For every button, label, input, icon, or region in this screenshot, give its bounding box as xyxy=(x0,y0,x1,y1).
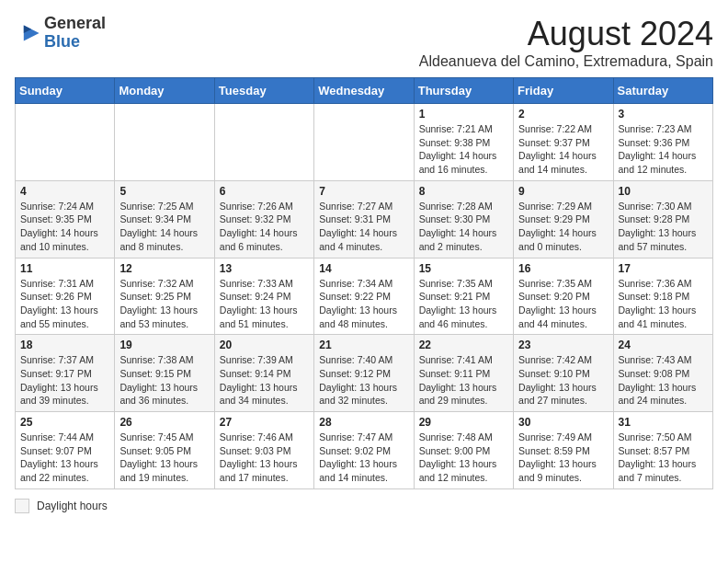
calendar-cell: 25Sunrise: 7:44 AM Sunset: 9:07 PM Dayli… xyxy=(16,412,115,489)
day-info: Sunrise: 7:40 AM Sunset: 9:12 PM Dayligh… xyxy=(319,353,408,408)
day-number: 30 xyxy=(518,416,608,429)
day-info: Sunrise: 7:28 AM Sunset: 9:30 PM Dayligh… xyxy=(419,200,508,254)
page-title: August 2024 xyxy=(419,15,713,53)
day-number: 1 xyxy=(419,108,508,121)
calendar-cell xyxy=(16,104,115,181)
calendar-cell: 5Sunrise: 7:25 AM Sunset: 9:34 PM Daylig… xyxy=(115,180,214,258)
calendar-cell: 4Sunrise: 7:24 AM Sunset: 9:35 PM Daylig… xyxy=(16,180,115,258)
calendar-cell: 7Sunrise: 7:27 AM Sunset: 9:31 PM Daylig… xyxy=(314,180,414,258)
calendar-cell: 27Sunrise: 7:46 AM Sunset: 9:03 PM Dayli… xyxy=(214,412,313,489)
calendar-week-3: 11Sunrise: 7:31 AM Sunset: 9:26 PM Dayli… xyxy=(16,258,713,335)
day-number: 18 xyxy=(20,339,109,351)
day-number: 4 xyxy=(20,185,109,198)
daylight-label: Daylight hours xyxy=(37,500,108,512)
calendar-week-5: 25Sunrise: 7:44 AM Sunset: 9:07 PM Dayli… xyxy=(16,412,713,489)
title-block: August 2024 Aldeanueva del Camino, Extre… xyxy=(419,15,713,70)
calendar-cell xyxy=(214,104,313,181)
day-info: Sunrise: 7:22 AM Sunset: 9:37 PM Dayligh… xyxy=(518,122,608,177)
day-info: Sunrise: 7:36 AM Sunset: 9:18 PM Dayligh… xyxy=(619,277,708,331)
day-info: Sunrise: 7:44 AM Sunset: 9:07 PM Dayligh… xyxy=(20,431,109,485)
calendar-cell: 3Sunrise: 7:23 AM Sunset: 9:36 PM Daylig… xyxy=(613,104,712,181)
calendar-week-1: 1Sunrise: 7:21 AM Sunset: 9:38 PM Daylig… xyxy=(16,104,713,181)
day-info: Sunrise: 7:23 AM Sunset: 9:36 PM Dayligh… xyxy=(619,122,708,177)
day-number: 26 xyxy=(119,416,209,429)
logo-general: General xyxy=(44,14,106,32)
calendar-cell: 10Sunrise: 7:30 AM Sunset: 9:28 PM Dayli… xyxy=(613,180,712,258)
day-number: 28 xyxy=(319,416,408,429)
day-number: 2 xyxy=(518,108,608,121)
day-info: Sunrise: 7:21 AM Sunset: 9:38 PM Dayligh… xyxy=(419,122,508,177)
calendar-header-saturday: Saturday xyxy=(613,78,712,104)
calendar-cell: 22Sunrise: 7:41 AM Sunset: 9:11 PM Dayli… xyxy=(414,335,513,412)
day-number: 29 xyxy=(419,416,508,429)
calendar-header-tuesday: Tuesday xyxy=(214,78,313,104)
logo-text: General Blue xyxy=(44,15,106,52)
logo: General Blue xyxy=(15,15,106,52)
day-number: 11 xyxy=(20,262,109,275)
calendar-header-wednesday: Wednesday xyxy=(314,78,414,104)
day-info: Sunrise: 7:30 AM Sunset: 9:28 PM Dayligh… xyxy=(619,200,708,254)
calendar-footer: Daylight hours xyxy=(15,499,713,513)
calendar-cell: 18Sunrise: 7:37 AM Sunset: 9:17 PM Dayli… xyxy=(16,335,115,412)
day-number: 13 xyxy=(220,262,309,275)
calendar-header-thursday: Thursday xyxy=(414,78,513,104)
day-info: Sunrise: 7:39 AM Sunset: 9:14 PM Dayligh… xyxy=(220,353,309,408)
calendar-cell: 12Sunrise: 7:32 AM Sunset: 9:25 PM Dayli… xyxy=(115,258,214,335)
calendar-cell: 23Sunrise: 7:42 AM Sunset: 9:10 PM Dayli… xyxy=(514,335,613,412)
calendar-cell: 11Sunrise: 7:31 AM Sunset: 9:26 PM Dayli… xyxy=(16,258,115,335)
page-header: General Blue August 2024 Aldeanueva del … xyxy=(15,15,713,70)
calendar-cell: 26Sunrise: 7:45 AM Sunset: 9:05 PM Dayli… xyxy=(115,412,214,489)
day-info: Sunrise: 7:47 AM Sunset: 9:02 PM Dayligh… xyxy=(319,431,408,485)
calendar-week-4: 18Sunrise: 7:37 AM Sunset: 9:17 PM Dayli… xyxy=(16,335,713,412)
calendar-cell: 16Sunrise: 7:35 AM Sunset: 9:20 PM Dayli… xyxy=(514,258,613,335)
calendar-header-sunday: Sunday xyxy=(16,78,115,104)
day-number: 10 xyxy=(619,185,708,198)
day-info: Sunrise: 7:35 AM Sunset: 9:21 PM Dayligh… xyxy=(419,277,508,331)
day-number: 9 xyxy=(518,185,608,198)
day-info: Sunrise: 7:24 AM Sunset: 9:35 PM Dayligh… xyxy=(20,200,109,254)
day-info: Sunrise: 7:49 AM Sunset: 8:59 PM Dayligh… xyxy=(518,431,608,485)
day-info: Sunrise: 7:33 AM Sunset: 9:24 PM Dayligh… xyxy=(220,277,309,331)
day-info: Sunrise: 7:32 AM Sunset: 9:25 PM Dayligh… xyxy=(119,277,209,331)
calendar-header-monday: Monday xyxy=(115,78,214,104)
day-info: Sunrise: 7:27 AM Sunset: 9:31 PM Dayligh… xyxy=(319,200,408,254)
calendar-cell: 19Sunrise: 7:38 AM Sunset: 9:15 PM Dayli… xyxy=(115,335,214,412)
day-number: 22 xyxy=(419,339,508,351)
day-info: Sunrise: 7:31 AM Sunset: 9:26 PM Dayligh… xyxy=(20,277,109,331)
day-number: 19 xyxy=(119,339,209,351)
day-info: Sunrise: 7:29 AM Sunset: 9:29 PM Dayligh… xyxy=(518,200,608,254)
day-number: 12 xyxy=(119,262,209,275)
calendar-cell: 24Sunrise: 7:43 AM Sunset: 9:08 PM Dayli… xyxy=(613,335,712,412)
day-number: 31 xyxy=(619,416,708,429)
day-number: 27 xyxy=(220,416,309,429)
day-number: 3 xyxy=(619,108,708,121)
day-info: Sunrise: 7:48 AM Sunset: 9:00 PM Dayligh… xyxy=(419,431,508,485)
day-number: 20 xyxy=(220,339,309,351)
calendar-cell xyxy=(115,104,214,181)
day-info: Sunrise: 7:46 AM Sunset: 9:03 PM Dayligh… xyxy=(220,431,309,485)
calendar-cell: 13Sunrise: 7:33 AM Sunset: 9:24 PM Dayli… xyxy=(214,258,313,335)
day-info: Sunrise: 7:45 AM Sunset: 9:05 PM Dayligh… xyxy=(119,431,209,485)
day-info: Sunrise: 7:41 AM Sunset: 9:11 PM Dayligh… xyxy=(419,353,508,408)
day-number: 7 xyxy=(319,185,408,198)
day-number: 15 xyxy=(419,262,508,275)
day-info: Sunrise: 7:26 AM Sunset: 9:32 PM Dayligh… xyxy=(220,200,309,254)
calendar-cell: 15Sunrise: 7:35 AM Sunset: 9:21 PM Dayli… xyxy=(414,258,513,335)
calendar-header-row: SundayMondayTuesdayWednesdayThursdayFrid… xyxy=(16,78,713,104)
day-number: 16 xyxy=(518,262,608,275)
day-info: Sunrise: 7:34 AM Sunset: 9:22 PM Dayligh… xyxy=(319,277,408,331)
logo-blue: Blue xyxy=(44,32,80,51)
day-info: Sunrise: 7:35 AM Sunset: 9:20 PM Dayligh… xyxy=(518,277,608,331)
calendar-cell: 1Sunrise: 7:21 AM Sunset: 9:38 PM Daylig… xyxy=(414,104,513,181)
day-number: 8 xyxy=(419,185,508,198)
day-number: 23 xyxy=(518,339,608,351)
calendar-cell: 28Sunrise: 7:47 AM Sunset: 9:02 PM Dayli… xyxy=(314,412,414,489)
calendar-cell: 6Sunrise: 7:26 AM Sunset: 9:32 PM Daylig… xyxy=(214,180,313,258)
calendar-cell: 17Sunrise: 7:36 AM Sunset: 9:18 PM Dayli… xyxy=(613,258,712,335)
calendar-cell: 29Sunrise: 7:48 AM Sunset: 9:00 PM Dayli… xyxy=(414,412,513,489)
daylight-box xyxy=(15,499,29,513)
day-info: Sunrise: 7:25 AM Sunset: 9:34 PM Dayligh… xyxy=(119,200,209,254)
calendar-cell: 21Sunrise: 7:40 AM Sunset: 9:12 PM Dayli… xyxy=(314,335,414,412)
calendar-cell: 31Sunrise: 7:50 AM Sunset: 8:57 PM Dayli… xyxy=(613,412,712,489)
day-info: Sunrise: 7:50 AM Sunset: 8:57 PM Dayligh… xyxy=(619,431,708,485)
